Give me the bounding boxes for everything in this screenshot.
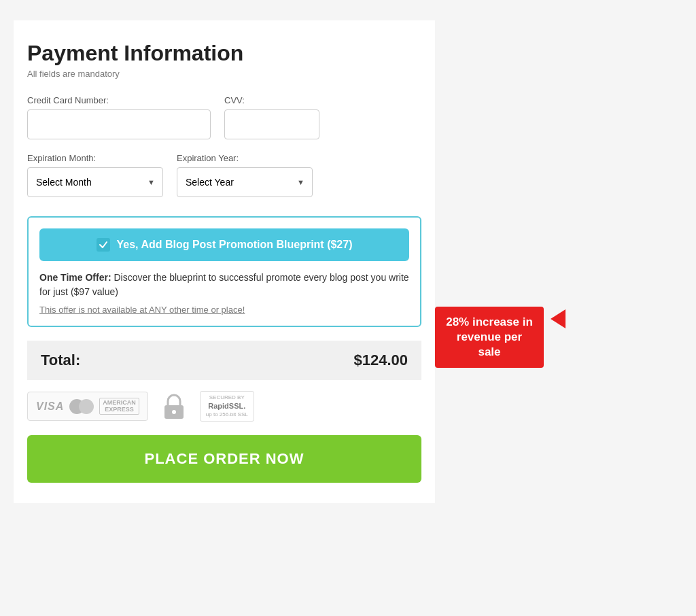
ssl-secured-by: SECURED BY (206, 394, 248, 401)
callout-arrow (551, 309, 566, 328)
expiry-year-group: Expiration Year: Select Year 2024 2025 2… (177, 153, 313, 197)
mc-circle-right (79, 399, 94, 414)
card-row: Credit Card Number: CVV: (27, 95, 421, 139)
card-logos: VISA AMERICANEXPRESS (27, 392, 148, 422)
expiry-year-label: Expiration Year: (177, 153, 313, 163)
check-icon (97, 238, 110, 252)
amex-logo: AMERICANEXPRESS (99, 398, 139, 415)
expiry-month-group: Expiration Month: Select Month January F… (27, 153, 163, 197)
expiry-month-label: Expiration Month: (27, 153, 163, 163)
expiry-row: Expiration Month: Select Month January F… (27, 153, 421, 197)
upsell-button[interactable]: Yes, Add Blog Post Promotion Blueprint (… (39, 228, 409, 261)
credit-card-group: Credit Card Number: (27, 95, 211, 139)
year-select[interactable]: Select Year 2024 2025 2026 2027 2028 202… (177, 167, 313, 197)
total-row: Total: $124.00 (27, 341, 421, 380)
page-container: Payment Information All fields are manda… (14, 20, 435, 503)
cvv-group: CVV: (224, 95, 319, 139)
place-order-button[interactable]: PLACE ORDER NOW (27, 435, 421, 483)
ssl-bit: up to 256-bit SSL (206, 411, 248, 418)
total-amount: $124.00 (353, 352, 408, 369)
ssl-brand: RapidSSL. (206, 401, 248, 411)
page-subtitle: All fields are mandatory (27, 69, 421, 79)
payment-icons-row: VISA AMERICANEXPRESS SECURED BY RapidSSL… (27, 391, 421, 422)
cvv-label: CVV: (224, 95, 319, 105)
callout-container: Total: $124.00 28% increase in revenue p… (27, 341, 421, 380)
upsell-box: Yes, Add Blog Post Promotion Blueprint (… (27, 216, 421, 327)
svg-point-1 (172, 410, 176, 414)
month-select[interactable]: Select Month January February March Apri… (27, 167, 163, 197)
credit-card-input[interactable] (27, 109, 211, 139)
visa-logo: VISA (36, 400, 64, 413)
lock-icon-container (162, 393, 186, 420)
credit-card-label: Credit Card Number: (27, 95, 211, 105)
ssl-badge: SECURED BY RapidSSL. up to 256-bit SSL (200, 391, 254, 422)
month-select-wrapper: Select Month January February March Apri… (27, 167, 163, 197)
callout-box: 28% increase in revenue per sale (435, 307, 544, 368)
upsell-button-label: Yes, Add Blog Post Promotion Blueprint (… (117, 239, 353, 251)
cvv-input[interactable] (224, 109, 319, 139)
upsell-description-bold: One Time Offer: (39, 272, 111, 283)
total-label: Total: (41, 352, 80, 369)
year-select-wrapper: Select Year 2024 2025 2026 2027 2028 202… (177, 167, 313, 197)
lock-icon (162, 393, 186, 420)
page-title: Payment Information (27, 41, 421, 66)
mastercard-logo (69, 399, 94, 414)
upsell-disclaimer[interactable]: This offer is not available at ANY other… (39, 305, 409, 315)
callout-text: 28% increase in revenue per sale (446, 315, 533, 358)
upsell-description: One Time Offer: Discover the blueprint t… (39, 271, 409, 299)
